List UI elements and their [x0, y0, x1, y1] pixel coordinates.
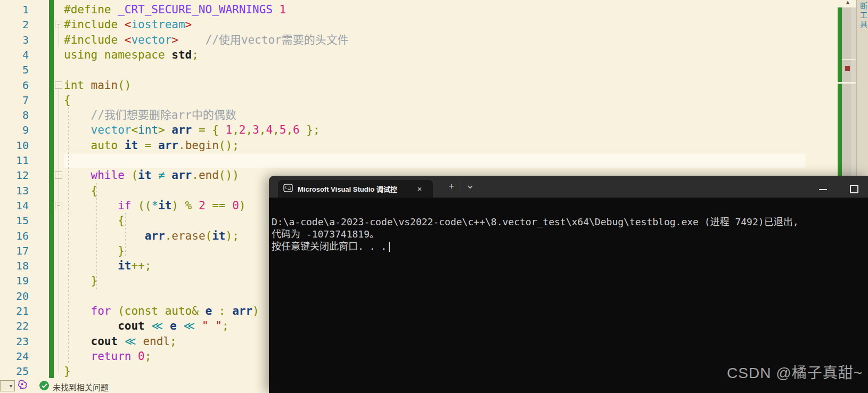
- code-line[interactable]: vector<int> arr = { 1,2,3,4,5,6 };: [64, 122, 320, 137]
- svg-text:C:\: C:\: [285, 185, 291, 189]
- terminal-tab[interactable]: C:\ Microsoft Visual Studio 调试控 ×: [278, 180, 433, 198]
- code-line[interactable]: #define _CRT_SECURE_NO_WARNINGS 1: [64, 2, 286, 17]
- code-line[interactable]: for (const auto& e : arr): [64, 304, 259, 318]
- close-tab-icon[interactable]: ×: [413, 184, 427, 193]
- code-line[interactable]: //我们想要删除arr中的偶数: [64, 108, 236, 122]
- terminal-window[interactable]: C:\ Microsoft Visual Studio 调试控 × + D:\a…: [269, 176, 868, 393]
- editor-status-row: ▾ 未找到相关问题: [0, 379, 269, 393]
- chevron-down-icon[interactable]: [464, 181, 477, 193]
- code-line[interactable]: {: [64, 93, 71, 108]
- tab-button-divider: [461, 181, 461, 192]
- code-line[interactable]: }: [64, 273, 97, 288]
- code-line[interactable]: #include <iostream>: [64, 17, 192, 32]
- code-line[interactable]: }: [64, 243, 125, 258]
- minimize-button[interactable]: [819, 189, 827, 190]
- terminal-output-line: 代码为 -1073741819。: [272, 228, 379, 240]
- cmd-icon: C:\: [283, 184, 293, 194]
- scrollbar-error-marker: [845, 66, 850, 71]
- terminal-output-line: 按任意键关闭此窗口. . .: [272, 240, 390, 252]
- terminal-tab-title: Microsoft Visual Studio 调试控: [298, 184, 413, 194]
- code-line[interactable]: while (it ≠ arr.end()): [64, 168, 239, 183]
- scrollbar-thumb[interactable]: [851, 7, 856, 177]
- code-line[interactable]: int main(): [64, 78, 131, 93]
- code-line[interactable]: it++;: [64, 258, 151, 273]
- scrollbar-change-strip: [838, 7, 842, 177]
- check-circle-icon: [39, 381, 49, 390]
- code-line[interactable]: return 0;: [64, 349, 151, 364]
- code-line[interactable]: arr.erase(it);: [64, 228, 239, 243]
- feedback-icon[interactable]: [18, 380, 27, 390]
- code-line[interactable]: cout ≪ e ≪ " ";: [64, 318, 229, 333]
- code-line[interactable]: }: [64, 364, 71, 379]
- status-message: 未找到相关问题: [53, 381, 109, 392]
- scrollbar-up-arrow-icon[interactable]: ▲: [839, 0, 856, 7]
- code-line[interactable]: #include <vector> //使用vector需要的头文件: [64, 32, 349, 47]
- code-line[interactable]: {: [64, 213, 125, 228]
- terminal-output-line: D:\a-code\a-2023-code\vs2022-code\c++\8.…: [272, 216, 798, 228]
- tab-diagnostic-tools[interactable]: 断工具: [858, 2, 868, 29]
- new-tab-button[interactable]: +: [445, 179, 458, 193]
- code-line[interactable]: {: [64, 183, 97, 198]
- code-line[interactable]: cout ≪ endl;: [64, 334, 177, 349]
- maximize-button[interactable]: [850, 185, 858, 193]
- scrollbar-gap: [838, 82, 856, 84]
- code-line[interactable]: auto it = arr.begin();: [64, 138, 239, 153]
- code-line[interactable]: using namespace std;: [64, 47, 199, 62]
- status-dropdown[interactable]: ▾: [0, 380, 15, 391]
- scrollbar-thumb-edge: [842, 59, 856, 60]
- text-cursor: [389, 242, 390, 252]
- code-line[interactable]: if ((*it) % 2 == 0): [64, 198, 245, 213]
- csdn-watermark: CSDN @橘子真甜~: [727, 361, 863, 382]
- terminal-titlebar[interactable]: C:\ Microsoft Visual Studio 调试控 × +: [269, 176, 868, 198]
